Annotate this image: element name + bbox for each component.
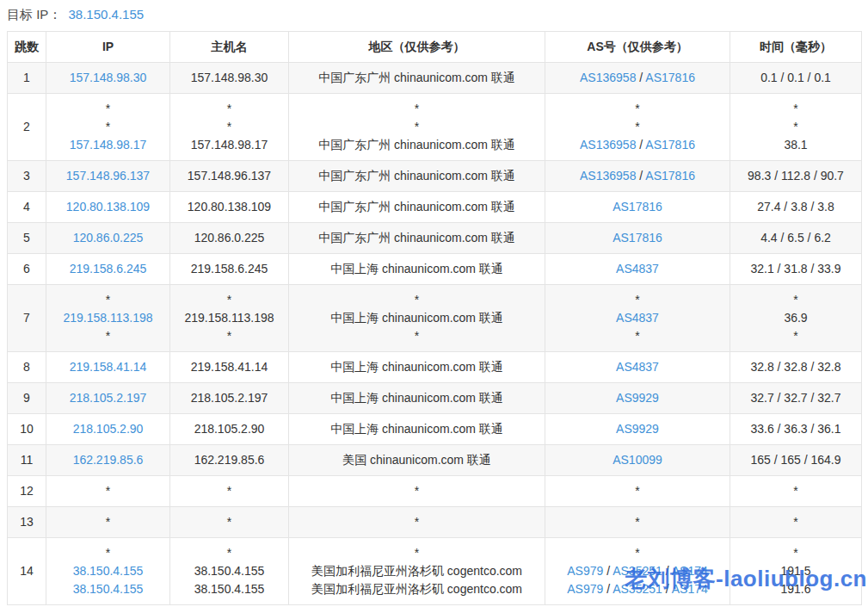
region-cell: *美国加利福尼亚州洛杉矶 cogentco.com美国加利福尼亚州洛杉矶 cog… [289, 538, 545, 605]
column-header: 时间（毫秒） [730, 32, 862, 63]
hop-cell: 2 [8, 94, 46, 161]
time-cell: 32.7 / 32.7 / 32.7 [730, 383, 862, 414]
asn-link[interactable]: AS9929 [616, 422, 659, 436]
ip-cell: 162.219.85.6 [46, 445, 170, 476]
asn-cell: AS10099 [545, 445, 730, 476]
region-cell: * [289, 507, 545, 538]
table-row: 13***** [8, 507, 862, 538]
asn-link[interactable]: AS35251 [613, 564, 662, 578]
asn-link[interactable]: AS979 [567, 582, 603, 596]
time-cell: **38.1 [730, 94, 862, 161]
hop-cell: 13 [8, 507, 46, 538]
asn-link[interactable]: AS174 [672, 582, 708, 596]
column-header: AS号（仅供参考） [545, 32, 730, 63]
table-row: 1157.148.98.30157.148.98.30中国广东广州 chinau… [8, 63, 862, 94]
hostname-cell: **157.148.98.17 [170, 94, 289, 161]
hostname-cell: 157.148.96.137 [170, 161, 289, 192]
time-cell: 98.3 / 112.8 / 90.7 [730, 161, 862, 192]
table-row: 2**157.148.98.17**157.148.98.17**中国广东广州 … [8, 94, 862, 161]
target-ip-label: 目标 IP： [7, 7, 61, 22]
hostname-cell: 162.219.85.6 [170, 445, 289, 476]
time-cell: 165 / 165 / 164.9 [730, 445, 862, 476]
ip-cell: 218.105.2.90 [46, 414, 170, 445]
table-row: 10218.105.2.90218.105.2.90中国上海 chinaunic… [8, 414, 862, 445]
asn-cell: AS9929 [545, 414, 730, 445]
hostname-cell: * [170, 476, 289, 507]
asn-cell: AS4837 [545, 254, 730, 285]
asn-cell: * [545, 476, 730, 507]
ip-link[interactable]: 38.150.4.155 [73, 564, 144, 578]
table-row: 9218.105.2.197218.105.2.197中国上海 chinauni… [8, 383, 862, 414]
target-ip-line: 目标 IP： 38.150.4.155 [0, 0, 868, 23]
ip-link[interactable]: 120.86.0.225 [73, 231, 144, 245]
time-cell: 27.4 / 3.8 / 3.8 [730, 192, 862, 223]
hop-cell: 9 [8, 383, 46, 414]
asn-link[interactable]: AS35251 [613, 582, 662, 596]
asn-link[interactable]: AS17816 [645, 138, 695, 152]
asn-link[interactable]: AS4837 [616, 311, 659, 325]
ip-cell: 120.80.138.109 [46, 192, 170, 223]
ip-cell: *38.150.4.15538.150.4.155 [46, 538, 170, 605]
hop-cell: 6 [8, 254, 46, 285]
asn-link[interactable]: AS17816 [645, 169, 695, 183]
ip-link[interactable]: 162.219.85.6 [73, 453, 144, 467]
region-cell: 中国广东广州 chinaunicom.com 联通 [289, 63, 545, 94]
region-cell: 中国上海 chinaunicom.com 联通 [289, 383, 545, 414]
time-cell: 33.6 / 36.3 / 36.1 [730, 414, 862, 445]
header-row: 跳数IP主机名地区（仅供参考）AS号（仅供参考）时间（毫秒） [8, 32, 862, 63]
ip-link[interactable]: 219.158.113.198 [63, 311, 152, 325]
traceroute-table: 跳数IP主机名地区（仅供参考）AS号（仅供参考）时间（毫秒） 1157.148.… [7, 31, 862, 605]
asn-link[interactable]: AS136958 [580, 138, 636, 152]
hop-cell: 11 [8, 445, 46, 476]
table-row: 3157.148.96.137157.148.96.137中国广东广州 chin… [8, 161, 862, 192]
hostname-cell: 218.105.2.90 [170, 414, 289, 445]
ip-cell: 219.158.41.14 [46, 352, 170, 383]
hop-cell: 14 [8, 538, 46, 605]
ip-cell: 157.148.98.30 [46, 63, 170, 94]
table-row: 4120.80.138.109120.80.138.109中国广东广州 chin… [8, 192, 862, 223]
asn-link[interactable]: AS4837 [616, 262, 659, 276]
hop-cell: 5 [8, 223, 46, 254]
time-cell: 0.1 / 0.1 / 0.1 [730, 63, 862, 94]
region-cell: 中国上海 chinaunicom.com 联通 [289, 414, 545, 445]
column-header: IP [46, 32, 170, 63]
asn-link[interactable]: AS136958 [580, 169, 636, 183]
asn-link[interactable]: AS17816 [645, 71, 695, 84]
ip-cell: 219.158.6.245 [46, 254, 170, 285]
asn-link[interactable]: AS174 [672, 564, 708, 578]
hostname-cell: 218.105.2.197 [170, 383, 289, 414]
time-cell: * [730, 507, 862, 538]
asn-link[interactable]: AS4837 [616, 360, 659, 374]
asn-link[interactable]: AS17816 [613, 231, 662, 245]
asn-link[interactable]: AS10099 [613, 453, 662, 467]
ip-link[interactable]: 120.80.138.109 [66, 200, 150, 214]
time-cell: * [730, 476, 862, 507]
column-header: 主机名 [170, 32, 289, 63]
time-cell: 4.4 / 6.5 / 6.2 [730, 223, 862, 254]
asn-link[interactable]: AS9929 [616, 391, 659, 405]
region-cell: **中国广东广州 chinaunicom.com 联通 [289, 94, 545, 161]
ip-link[interactable]: 219.158.6.245 [70, 262, 147, 276]
target-ip-value[interactable]: 38.150.4.155 [69, 7, 145, 22]
ip-link[interactable]: 157.148.98.30 [70, 71, 147, 84]
region-cell: *中国上海 chinaunicom.com 联通* [289, 285, 545, 352]
ip-link[interactable]: 218.105.2.90 [73, 422, 144, 436]
ip-link[interactable]: 219.158.41.14 [70, 360, 147, 374]
asn-link[interactable]: AS979 [567, 564, 603, 578]
region-cell: 中国广东广州 chinaunicom.com 联通 [289, 161, 545, 192]
asn-link[interactable]: AS17816 [613, 200, 662, 214]
time-cell: *191.5191.6 [730, 538, 862, 605]
asn-cell: *AS979 / AS35251 / AS174AS979 / AS35251 … [545, 538, 730, 605]
ip-link[interactable]: 157.148.98.17 [70, 138, 147, 152]
ip-cell: * [46, 476, 170, 507]
ip-cell: 120.86.0.225 [46, 223, 170, 254]
asn-cell: * [545, 507, 730, 538]
hostname-cell: *219.158.113.198* [170, 285, 289, 352]
ip-link[interactable]: 218.105.2.197 [70, 391, 147, 405]
asn-link[interactable]: AS136958 [580, 71, 636, 84]
ip-link[interactable]: 157.148.96.137 [66, 169, 150, 183]
asn-cell: *AS4837* [545, 285, 730, 352]
hostname-cell: 157.148.98.30 [170, 63, 289, 94]
hostname-cell: *38.150.4.15538.150.4.155 [170, 538, 289, 605]
ip-link[interactable]: 38.150.4.155 [73, 582, 144, 596]
